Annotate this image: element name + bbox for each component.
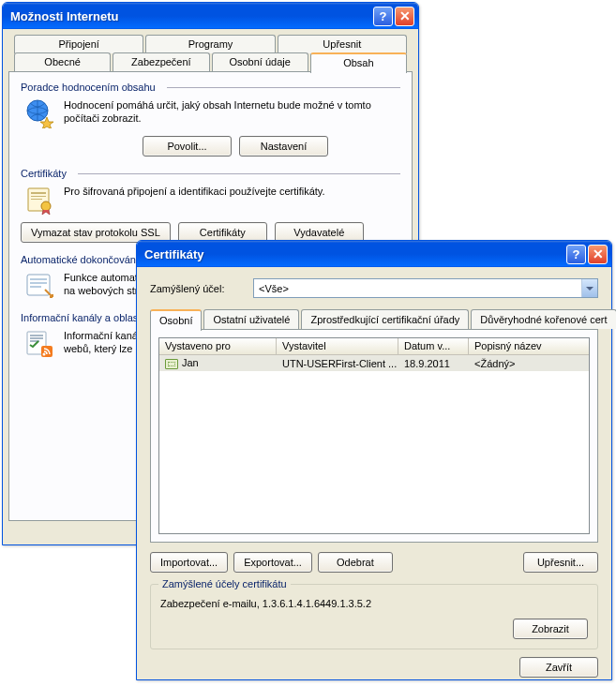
svg-point-6 bbox=[41, 201, 51, 211]
titlebar: Možnosti Internetu ? ✕ bbox=[3, 3, 418, 29]
col-issuer[interactable]: Vystavitel bbox=[277, 338, 398, 354]
tab-other-people[interactable]: Ostatní uživatelé bbox=[203, 309, 299, 329]
tab-advanced[interactable]: Upřesnit bbox=[278, 35, 407, 53]
export-button[interactable]: Exportovat... bbox=[233, 552, 312, 573]
svg-rect-12 bbox=[41, 346, 53, 357]
group-title: Zamýšlené účely certifikátu bbox=[158, 578, 291, 589]
tab-general[interactable]: Obecné bbox=[14, 52, 111, 71]
purpose-label: Zamýšlený účel: bbox=[150, 283, 244, 294]
cell-issuer: UTN-USERFirst-Client ... bbox=[277, 357, 398, 370]
cert-window-title: Certifikáty bbox=[144, 247, 564, 261]
advisor-text: Hodnocení pomáhá určit, jaký obsah Inter… bbox=[64, 98, 400, 128]
cell-issued-to: Jan bbox=[182, 357, 199, 368]
chevron-down-icon bbox=[581, 279, 597, 297]
divider bbox=[78, 173, 400, 174]
svg-rect-10 bbox=[30, 286, 41, 288]
section-content-advisor-title: Poradce hodnocením obsahu bbox=[21, 82, 156, 93]
globe-star-icon bbox=[24, 98, 54, 128]
section-certificates-title: Certifikáty bbox=[21, 168, 67, 179]
close-icon: ✕ bbox=[399, 9, 411, 22]
col-issued-to[interactable]: Vystaveno pro bbox=[159, 338, 277, 354]
settings-button[interactable]: Nastavení bbox=[239, 136, 328, 157]
form-icon bbox=[24, 271, 54, 301]
tab-intermediate-ca[interactable]: Zprostředkující certifikační úřady bbox=[301, 309, 469, 329]
certificate-small-icon bbox=[165, 359, 178, 369]
purpose-combobox[interactable]: <Vše> bbox=[253, 278, 598, 298]
enable-button[interactable]: Povolit... bbox=[143, 136, 232, 157]
tab-privacy[interactable]: Osobní údaje bbox=[212, 52, 308, 71]
certificates-dialog: Certifikáty ? ✕ Zamýšlený účel: <Vše> Os… bbox=[136, 240, 612, 680]
cert-purposes-group: Zamýšlené účely certifikátu Zabezpečení … bbox=[150, 584, 598, 649]
tab-content[interactable]: Obsah bbox=[310, 52, 407, 73]
help-icon: ? bbox=[573, 247, 580, 261]
cell-expires: 18.9.2011 bbox=[398, 357, 469, 370]
certs-text: Pro šifrovaná připojení a identifikaci p… bbox=[64, 185, 400, 215]
section-autocomplete-title: Automatické dokončování bbox=[21, 254, 139, 265]
feed-icon bbox=[24, 329, 54, 359]
help-icon: ? bbox=[380, 9, 387, 23]
help-button[interactable]: ? bbox=[373, 7, 393, 26]
cert-help-button[interactable]: ? bbox=[566, 245, 586, 264]
cert-purposes-text: Zabezpečení e-mailu, 1.3.6.1.4.1.6449.1.… bbox=[160, 598, 588, 609]
import-button[interactable]: Importovat... bbox=[150, 552, 228, 573]
certificate-row[interactable]: Jan UTN-USERFirst-Client ... 18.9.2011 <… bbox=[159, 355, 589, 371]
cell-friendly: <Žádný> bbox=[469, 357, 589, 370]
close-icon: ✕ bbox=[593, 247, 604, 261]
cert-close-button[interactable]: ✕ bbox=[588, 245, 608, 264]
certificate-icon bbox=[24, 185, 54, 215]
purpose-value: <Vše> bbox=[259, 283, 289, 294]
col-friendly-name[interactable]: Popisný název bbox=[469, 338, 589, 354]
tab-connections[interactable]: Připojení bbox=[14, 35, 143, 53]
tab-security[interactable]: Zabezpečení bbox=[113, 52, 209, 71]
cert-titlebar: Certifikáty ? ✕ bbox=[137, 241, 611, 267]
advanced-button[interactable]: Upřesnit... bbox=[523, 552, 598, 573]
list-header: Vystaveno pro Vystavitel Datum v... Popi… bbox=[159, 338, 589, 355]
svg-rect-3 bbox=[31, 192, 46, 194]
svg-rect-8 bbox=[30, 278, 47, 280]
tab-trusted-root[interactable]: Důvěryhodné kořenové cert bbox=[471, 309, 616, 329]
svg-point-13 bbox=[43, 353, 46, 356]
certificate-list-panel: Vystaveno pro Vystavitel Datum v... Popi… bbox=[150, 329, 598, 543]
col-expires[interactable]: Datum v... bbox=[398, 338, 469, 354]
svg-rect-4 bbox=[31, 196, 46, 197]
window-title: Možnosti Internetu bbox=[10, 9, 371, 23]
close-dialog-button[interactable]: Zavřít bbox=[519, 657, 598, 678]
remove-button[interactable]: Odebrat bbox=[318, 552, 393, 573]
close-button[interactable]: ✕ bbox=[395, 7, 414, 26]
svg-rect-5 bbox=[31, 199, 42, 200]
view-button[interactable]: Zobrazit bbox=[513, 619, 588, 639]
divider bbox=[167, 87, 400, 88]
tab-programs[interactable]: Programy bbox=[145, 35, 275, 53]
tab-personal[interactable]: Osobní bbox=[150, 309, 202, 331]
svg-rect-9 bbox=[30, 282, 47, 284]
